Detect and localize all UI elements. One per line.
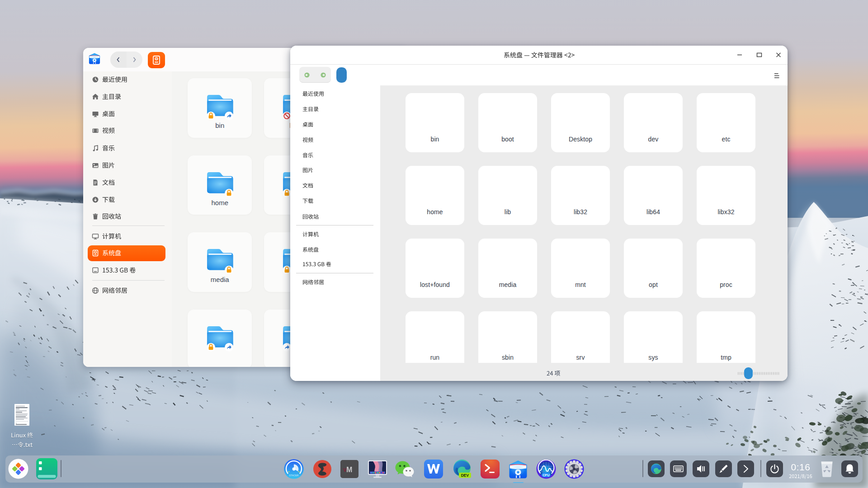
svg-text:CPU: CPU <box>542 473 549 477</box>
svg-text:STACER: STACER <box>289 474 299 476</box>
svg-text:DEV: DEV <box>461 473 469 478</box>
svg-text:M: M <box>346 466 352 474</box>
